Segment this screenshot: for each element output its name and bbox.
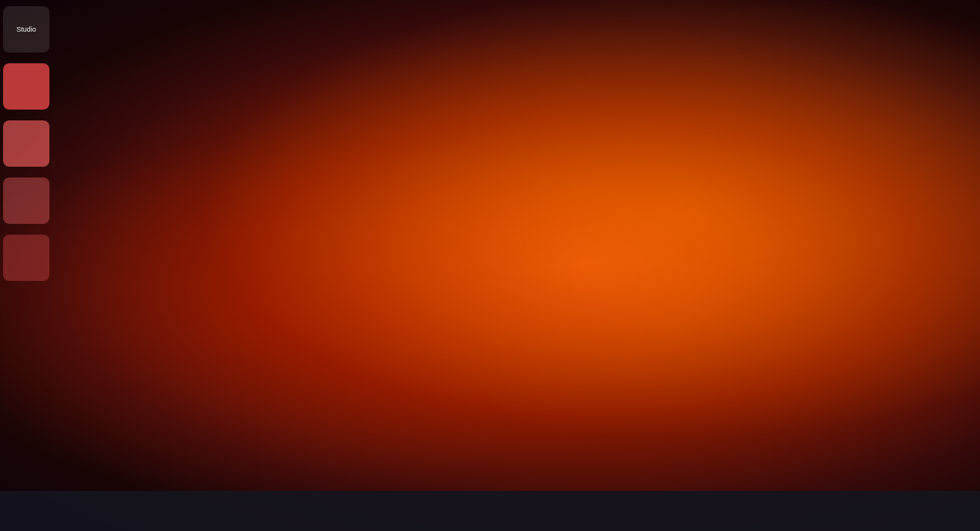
desktop: Studio xyxy=(0,0,980,531)
sidebar-app2[interactable] xyxy=(3,120,49,167)
sidebar-app1[interactable] xyxy=(3,63,49,110)
left-sidebar: Studio xyxy=(0,0,54,531)
icon-grid xyxy=(70,15,972,485)
sidebar-app4[interactable] xyxy=(3,235,49,281)
taskbar xyxy=(0,491,980,531)
sidebar-app3[interactable] xyxy=(3,178,49,224)
sidebar-studio[interactable]: Studio xyxy=(3,6,49,52)
